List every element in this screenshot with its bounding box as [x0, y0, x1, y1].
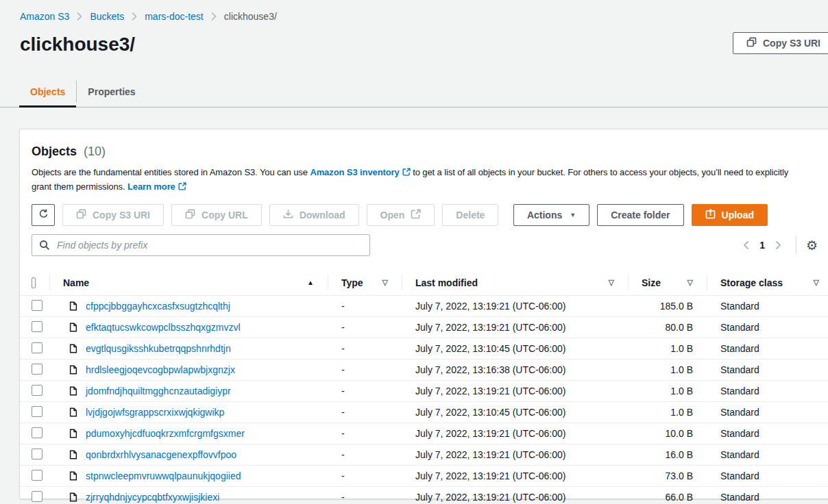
- row-checkbox[interactable]: [32, 364, 42, 375]
- copy-icon: [185, 209, 195, 221]
- object-last-modified: July 7, 2022, 13:19:21 (UTC-06:00): [402, 322, 628, 333]
- object-storage-class: Standard: [707, 301, 828, 312]
- copy-url-label: Copy URL: [202, 210, 248, 220]
- search-icon: [39, 240, 50, 253]
- search-input[interactable]: [32, 234, 370, 256]
- download-button[interactable]: Download: [269, 204, 359, 226]
- object-last-modified: July 7, 2022, 13:10:45 (UTC-06:00): [402, 343, 628, 354]
- tab-objects-label: Objects: [30, 86, 65, 97]
- object-name-link[interactable]: cfppcjbbggayhcxcasfxsugtzhcqlthj: [86, 301, 230, 312]
- preferences-gear-button[interactable]: ⚙: [806, 239, 818, 252]
- file-icon: [69, 492, 78, 503]
- table-row: lvjdjgojwfsgrappscrxixwjqkigwikp - July …: [20, 402, 828, 423]
- breadcrumb-buckets[interactable]: Buckets: [90, 11, 124, 22]
- object-name-link[interactable]: lvjdjgojwfsgrappscrxixwjqkigwikp: [86, 407, 224, 418]
- download-icon: [283, 209, 293, 221]
- column-header-last-modified[interactable]: Last modified ▽: [402, 270, 628, 295]
- delete-button[interactable]: Delete: [442, 204, 498, 226]
- column-header-storage-class[interactable]: Storage class ▽: [707, 270, 828, 295]
- row-checkbox[interactable]: [32, 321, 42, 332]
- copy-icon: [76, 209, 86, 221]
- upload-button[interactable]: Upload: [692, 204, 768, 226]
- next-page-button[interactable]: [769, 238, 788, 253]
- upload-label: Upload: [722, 210, 754, 220]
- object-last-modified: July 7, 2022, 13:19:21 (UTC-06:00): [402, 428, 628, 439]
- column-header-type[interactable]: Type ▽: [328, 270, 402, 295]
- object-size: 10.0 B: [628, 428, 707, 439]
- object-size: 16.0 B: [628, 449, 707, 460]
- column-header-size[interactable]: Size ▽: [628, 270, 707, 295]
- object-size: 1.0 B: [628, 364, 707, 375]
- create-folder-button[interactable]: Create folder: [597, 204, 683, 226]
- search-box: [32, 234, 370, 256]
- tab-bar: Objects Properties: [0, 77, 828, 108]
- learn-more-label: Learn more: [127, 181, 175, 192]
- breadcrumb-bucket-name[interactable]: mars-doc-test: [145, 11, 204, 22]
- open-label: Open: [380, 210, 405, 220]
- file-icon: [69, 364, 78, 375]
- row-checkbox[interactable]: [32, 300, 42, 311]
- refresh-button[interactable]: [32, 204, 55, 226]
- pagination-divider: [796, 236, 796, 254]
- external-link-icon: [178, 181, 186, 194]
- previous-page-button[interactable]: [737, 238, 755, 253]
- row-checkbox[interactable]: [32, 427, 42, 438]
- objects-count: (10): [84, 144, 106, 158]
- table-row: zjrryqhdnjycypcqbtfxyxwjisjkiexi - July …: [20, 487, 828, 504]
- file-icon: [69, 470, 78, 481]
- actions-dropdown-button[interactable]: Actions ▼: [513, 204, 589, 226]
- breadcrumb-separator-icon: [76, 12, 83, 21]
- breadcrumb-amazon-s3[interactable]: Amazon S3: [20, 11, 69, 22]
- copy-s3-uri-header-label: Copy S3 URI: [763, 38, 820, 49]
- object-name-link[interactable]: qonbrdxrhlvysanacgenexpffovvfpoo: [86, 449, 236, 460]
- objects-table: Name ▲ Type ▽ Last modified ▽ Size ▽ Sto…: [20, 270, 828, 504]
- search-row: 1 ⚙: [32, 234, 818, 256]
- object-size: 80.0 B: [628, 322, 707, 333]
- row-checkbox[interactable]: [32, 406, 42, 417]
- breadcrumb-separator-icon: [131, 12, 138, 21]
- open-button[interactable]: Open: [367, 204, 435, 226]
- object-size: 73.0 B: [628, 470, 707, 481]
- object-name-link[interactable]: stpnwcleepmvruwwqlpaunukjqogiied: [86, 470, 241, 481]
- row-checkbox[interactable]: [32, 491, 42, 502]
- object-last-modified: July 7, 2022, 13:19:21 (UTC-06:00): [402, 449, 628, 460]
- row-checkbox[interactable]: [32, 342, 42, 353]
- copy-url-button[interactable]: Copy URL: [171, 204, 262, 226]
- tab-objects[interactable]: Objects: [19, 77, 76, 107]
- learn-more-link[interactable]: Learn more: [127, 181, 186, 192]
- object-name-link[interactable]: pdumoxyhjcdfuoqkrzxmfcrgmfgsxmer: [86, 428, 245, 439]
- download-label: Download: [300, 210, 345, 220]
- sort-ascending-icon: ▲: [307, 279, 314, 286]
- file-icon: [69, 449, 78, 460]
- column-header-name[interactable]: Name ▲: [49, 270, 328, 295]
- copy-s3-uri-header-button[interactable]: Copy S3 URI: [733, 32, 828, 54]
- file-icon: [69, 322, 78, 333]
- create-folder-label: Create folder: [611, 210, 670, 220]
- column-label-storage-class: Storage class: [720, 277, 783, 288]
- object-storage-class: Standard: [707, 343, 828, 354]
- select-all-checkbox[interactable]: [32, 277, 36, 288]
- object-name-link[interactable]: jdomfndjhquiltmgghcnzautadigiypr: [86, 386, 231, 396]
- row-checkbox[interactable]: [32, 470, 42, 481]
- object-name-link[interactable]: zjrryqhdnjycypcqbtfxyxwjisjkiexi: [86, 492, 219, 503]
- row-checkbox[interactable]: [32, 385, 42, 396]
- row-checkbox[interactable]: [32, 449, 42, 459]
- file-icon: [69, 343, 78, 354]
- object-size: 66.0 B: [628, 492, 707, 503]
- object-name-link[interactable]: efktaqtucswkcowpclbsszhqxgzmvzvl: [86, 322, 241, 333]
- copy-s3-uri-button[interactable]: Copy S3 URI: [62, 204, 164, 226]
- object-name-link[interactable]: hrdlsleegjoqevcogbpwlapwbjxgnzjx: [86, 364, 235, 375]
- gear-icon: ⚙: [806, 238, 818, 253]
- panel-description: Objects are the fundamental entities sto…: [32, 166, 822, 194]
- object-name-link[interactable]: evgtlqusgiksshkubetrqqpshnrhdtjn: [86, 343, 231, 354]
- actions-label: Actions: [527, 210, 562, 220]
- upload-icon: [705, 209, 716, 221]
- caret-down-icon: ▼: [570, 212, 576, 218]
- tab-properties[interactable]: Properties: [77, 77, 146, 107]
- external-link-icon: [411, 209, 421, 221]
- table-body: cfppcjbbggayhcxcasfxsugtzhcqlthj - July …: [20, 296, 828, 504]
- objects-panel: Objects (10) Objects are the fundamental…: [19, 129, 828, 499]
- object-last-modified: July 7, 2022, 13:19:21 (UTC-06:00): [402, 301, 628, 312]
- breadcrumb-current-prefix: clickhouse3/: [224, 11, 277, 22]
- amazon-s3-inventory-link[interactable]: Amazon S3 inventory: [310, 167, 410, 177]
